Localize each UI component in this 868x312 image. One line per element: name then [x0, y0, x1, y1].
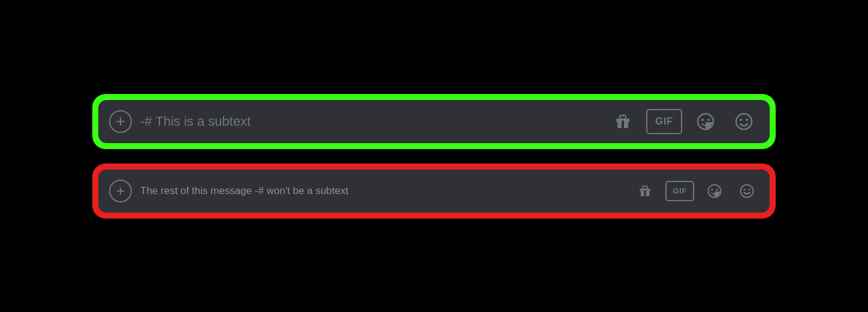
- plus-icon: [116, 186, 125, 196]
- svg-rect-5: [616, 119, 629, 120]
- svg-point-8: [707, 119, 710, 121]
- top-gift-button[interactable]: [608, 107, 638, 137]
- bottom-add-button[interactable]: [109, 180, 132, 202]
- top-emoji-button[interactable]: [729, 107, 759, 137]
- svg-point-10: [740, 119, 742, 121]
- emoji-icon: [739, 183, 755, 199]
- svg-point-11: [746, 119, 748, 121]
- top-sticker-button[interactable]: [691, 107, 721, 137]
- top-gif-button[interactable]: GIF: [646, 109, 682, 134]
- top-message-text[interactable]: -# This is a subtext: [140, 114, 599, 129]
- bottom-gift-button[interactable]: [633, 179, 657, 203]
- top-message-bar: -# This is a subtext GIF: [98, 100, 770, 143]
- top-subtext-marker: -#: [140, 114, 152, 129]
- svg-point-20: [716, 188, 718, 190]
- emoji-icon: [734, 112, 754, 131]
- svg-point-21: [740, 184, 753, 197]
- sticker-icon: [707, 183, 722, 199]
- bottom-sticker-button[interactable]: [703, 179, 727, 203]
- top-message-wrapper: -# This is a subtext GIF: [92, 94, 776, 149]
- svg-point-7: [701, 119, 704, 121]
- plus-icon: [115, 116, 126, 127]
- bottom-message-text[interactable]: The rest of this message -# won't be a s…: [140, 185, 625, 197]
- gift-icon: [638, 184, 652, 198]
- svg-rect-13: [117, 190, 124, 192]
- bottom-message-wrapper: The rest of this message -# won't be a s…: [92, 163, 776, 219]
- bottom-gif-button[interactable]: GIF: [665, 181, 694, 201]
- gift-icon: [614, 113, 632, 131]
- top-message-content: This is a subtext: [155, 114, 251, 129]
- svg-rect-17: [640, 189, 650, 190]
- svg-point-22: [743, 188, 745, 190]
- svg-point-23: [748, 188, 750, 190]
- sticker-icon: [696, 112, 715, 131]
- svg-point-9: [736, 114, 752, 129]
- svg-rect-1: [116, 121, 125, 122]
- bottom-emoji-button[interactable]: [735, 179, 759, 203]
- bottom-message-bar: The rest of this message -# won't be a s…: [98, 169, 770, 213]
- top-add-button[interactable]: [109, 110, 132, 133]
- svg-point-19: [711, 188, 713, 190]
